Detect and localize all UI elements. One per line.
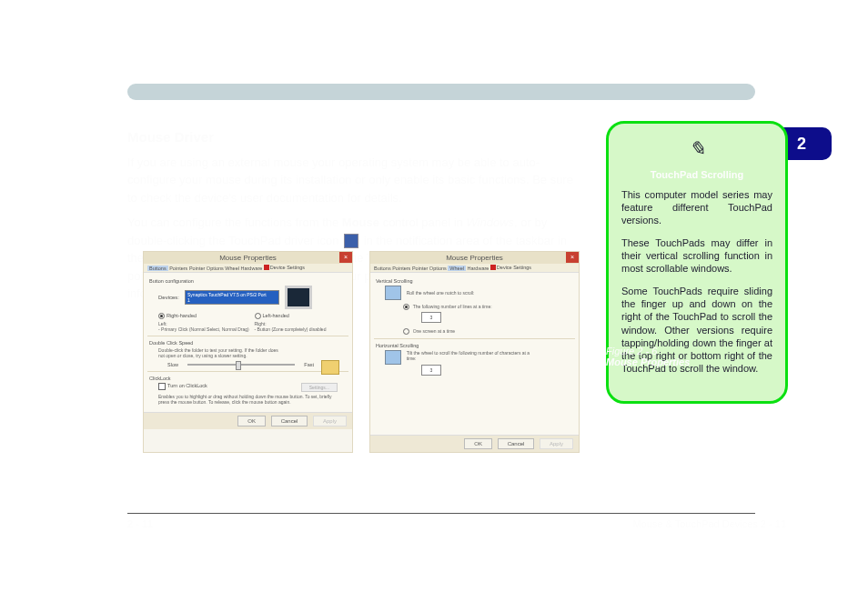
lines-spinner[interactable]: 3 <box>421 312 441 323</box>
tabs-row: Buttons Pointers Pointer Options Wheel H… <box>370 264 579 273</box>
tab-pointers[interactable]: Pointers <box>169 266 187 271</box>
devices-dropdown[interactable]: Synaptics TouchPad V7.5 on PS/2 Port 1 <box>185 290 279 305</box>
dialog-button-row: OK Cancel Apply <box>370 435 579 452</box>
apply-button: Apply <box>540 438 573 449</box>
cancel-button[interactable]: Cancel <box>498 438 535 449</box>
callout-title: TouchPad Scrolling <box>621 168 772 181</box>
figure-caption: Figure 2 - 6 Mouse Properties <box>606 346 788 367</box>
radio-left-handed[interactable] <box>255 313 261 319</box>
tab-buttons[interactable]: Buttons <box>374 266 391 271</box>
wheel-icon <box>385 286 401 300</box>
group-clicklock: ClickLock <box>149 376 347 381</box>
group-button-config: Button configuration <box>149 278 347 284</box>
tab-wheel[interactable]: Wheel <box>448 266 466 271</box>
tabs-row: Buttons Pointers Pointer Options Wheel H… <box>144 264 352 273</box>
mouse-properties-buttons: Mouse Properties × Buttons Pointers Poin… <box>143 251 353 453</box>
screenshots-row: Mouse Properties × Buttons Pointers Poin… <box>143 251 580 453</box>
callout-p1: This computer model series may feature d… <box>621 188 772 227</box>
section-heading: Mouse Driver <box>127 127 582 148</box>
group-horiz-scroll: Horizontal Scrolling <box>376 343 573 348</box>
tray-icon <box>344 234 358 248</box>
close-icon[interactable]: × <box>566 252 579 263</box>
clicklock-checkbox[interactable] <box>158 383 166 390</box>
synaptics-icon <box>490 265 496 270</box>
tab-pointer-options[interactable]: Pointer Options <box>412 266 447 271</box>
window-titlebar: Mouse Properties × <box>144 252 352 264</box>
devices-label: Devices: <box>158 295 179 300</box>
paragraph-1: If you are using an external mouse your … <box>127 154 582 207</box>
speed-slider[interactable] <box>187 364 295 366</box>
folder-test-icon[interactable] <box>321 360 339 375</box>
cancel-button[interactable]: Cancel <box>271 416 308 426</box>
tab-device-settings[interactable]: Device Settings <box>490 265 531 270</box>
mouse-properties-wheel: Mouse Properties × Buttons Pointers Poin… <box>369 251 580 453</box>
clicklock-settings-button: Settings... <box>301 383 338 392</box>
close-icon[interactable]: × <box>339 252 352 263</box>
tab-hardware[interactable]: Hardware <box>467 266 489 271</box>
ok-button[interactable]: OK <box>237 416 266 426</box>
radio-right-handed[interactable] <box>158 313 165 319</box>
tab-pointers[interactable]: Pointers <box>392 266 410 271</box>
tab-device-settings[interactable]: Device Settings <box>264 265 305 270</box>
footer-page-left: 2 - 11 <box>127 518 153 529</box>
callout-p2: These TouchPads may differ in their vert… <box>621 236 772 276</box>
chars-spinner[interactable]: 3 <box>421 365 441 376</box>
window-titlebar: Mouse Properties × <box>370 252 579 264</box>
header-bar <box>127 84 755 100</box>
radio-screen[interactable] <box>403 328 409 335</box>
radio-lines[interactable] <box>403 304 409 310</box>
footer-page-right: Mouse & TouchPad Devices 2 - 11 <box>632 518 786 529</box>
synaptics-icon <box>264 265 269 270</box>
tab-pointer-options[interactable]: Pointer Options <box>189 266 224 271</box>
tab-buttons[interactable]: Buttons <box>147 266 168 271</box>
tab-wheel[interactable]: Wheel <box>225 266 239 271</box>
pencil-icon: ✎ <box>621 136 772 163</box>
group-double-click: Double Click Speed <box>149 340 347 346</box>
tilt-icon <box>385 350 401 365</box>
group-vertical-scroll: Vertical Scrolling <box>376 278 573 284</box>
touchpad-thumbnail <box>285 286 312 309</box>
footer-rule <box>127 513 755 514</box>
tab-hardware[interactable]: Hardware <box>240 266 262 271</box>
apply-button: Apply <box>313 416 347 426</box>
dialog-button-row: OK Cancel Apply <box>144 412 352 429</box>
ok-button[interactable]: OK <box>464 438 492 449</box>
